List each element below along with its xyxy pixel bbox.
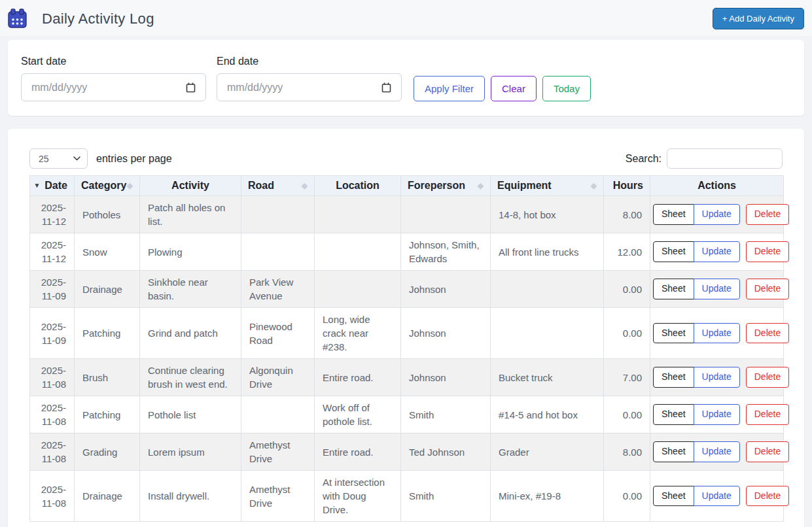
sort-icon: ◆ — [302, 182, 308, 190]
column-header-hours: Hours — [604, 176, 650, 196]
cell-hours: 7.00 — [604, 359, 650, 396]
add-daily-activity-button[interactable]: + Add Daily Activity — [713, 8, 804, 29]
entries-per-page-label: entries per page — [96, 153, 172, 165]
update-button[interactable]: Update — [694, 486, 740, 507]
delete-button[interactable]: Delete — [746, 279, 789, 299]
cell-category: Drainage — [75, 471, 140, 522]
table-row: 2025-11-08PatchingPothole listWork off o… — [30, 396, 784, 434]
column-header-road[interactable]: Road◆ — [241, 176, 315, 196]
delete-button[interactable]: Delete — [746, 404, 789, 425]
table-row: 2025-11-08BrushContinue clearing brush i… — [30, 359, 784, 396]
start-date-input[interactable]: mm/dd/yyyy — [21, 73, 206, 101]
daily-activity-table: ▼DateCategory◆ActivityRoad◆LocationForep… — [29, 175, 784, 522]
cell-equipment: 14-8, hot box — [491, 196, 604, 233]
cell-activity: Pothole list — [140, 396, 241, 434]
delete-button[interactable]: Delete — [746, 204, 789, 225]
sort-desc-icon: ▼ — [33, 182, 40, 189]
table-row: 2025-11-12SnowPlowingJohnson, Smith, Edw… — [30, 233, 784, 271]
cell-date: 2025-11-08 — [30, 396, 75, 434]
sheet-button[interactable]: Sheet — [653, 279, 694, 299]
update-button[interactable]: Update — [694, 204, 740, 225]
date-picker-icon[interactable] — [381, 82, 391, 93]
delete-button[interactable]: Delete — [746, 441, 789, 462]
cell-road: Amethyst Drive — [241, 471, 315, 522]
cell-actions: SheetUpdateDelete — [650, 233, 784, 271]
column-header-location: Location — [315, 176, 401, 196]
cell-category: Patching — [75, 396, 140, 434]
cell-date: 2025-11-12 — [30, 196, 75, 233]
delete-button[interactable]: Delete — [746, 367, 789, 388]
column-header-foreperson[interactable]: Foreperson◆ — [401, 176, 491, 196]
cell-foreperson: Johnson — [401, 271, 491, 308]
delete-button[interactable]: Delete — [746, 323, 789, 344]
table-row: 2025-11-08DrainageInstall drywell.Amethy… — [30, 471, 784, 522]
table-row: 2025-11-09DrainageSinkhole near basin.Pa… — [30, 271, 784, 308]
sheet-button[interactable]: Sheet — [653, 441, 694, 462]
chevron-down-icon — [73, 156, 80, 161]
start-date-label: Start date — [21, 56, 206, 67]
today-button[interactable]: Today — [542, 76, 591, 101]
cell-actions: SheetUpdateDelete — [650, 196, 784, 233]
cell-road: Park View Avenue — [241, 271, 315, 308]
end-date-input[interactable]: mm/dd/yyyy — [217, 73, 402, 101]
cell-actions: SheetUpdateDelete — [650, 359, 784, 396]
cell-actions: SheetUpdateDelete — [650, 396, 784, 434]
update-button[interactable]: Update — [694, 441, 740, 462]
top-bar: Daily Activity Log + Add Daily Activity — [0, 0, 812, 36]
update-button[interactable]: Update — [694, 241, 740, 262]
cell-hours: 8.00 — [604, 434, 650, 471]
sheet-button[interactable]: Sheet — [653, 323, 694, 344]
delete-button[interactable]: Delete — [746, 241, 789, 262]
cell-location — [315, 196, 401, 233]
column-header-equipment[interactable]: Equipment◆ — [491, 176, 604, 196]
cell-actions: SheetUpdateDelete — [650, 434, 784, 471]
cell-actions: SheetUpdateDelete — [650, 271, 784, 308]
entries-per-page-select[interactable]: 25 — [29, 148, 88, 169]
cell-activity: Patch all holes on list. — [140, 196, 241, 233]
cell-equipment — [491, 271, 604, 308]
cell-actions: SheetUpdateDelete — [650, 308, 784, 359]
sheet-button[interactable]: Sheet — [653, 486, 694, 507]
cell-hours: 0.00 — [604, 308, 650, 359]
column-header-category[interactable]: Category◆ — [75, 176, 140, 196]
delete-button[interactable]: Delete — [746, 486, 789, 507]
update-button[interactable]: Update — [694, 404, 740, 425]
end-date-placeholder: mm/dd/yyyy — [227, 82, 283, 94]
search-input[interactable] — [667, 148, 783, 169]
update-button[interactable]: Update — [694, 367, 740, 388]
sheet-button[interactable]: Sheet — [653, 204, 694, 225]
sheet-button[interactable]: Sheet — [653, 367, 694, 388]
cell-activity: Lorem ipsum — [140, 434, 241, 471]
activity-table-panel: 25 entries per page Search: ▼DateCategor… — [8, 129, 804, 527]
apply-filter-button[interactable]: Apply Filter — [414, 76, 485, 101]
table-row: 2025-11-08GradingLorem ipsumAmethyst Dri… — [30, 434, 784, 471]
update-button[interactable]: Update — [694, 279, 740, 299]
update-button[interactable]: Update — [694, 323, 740, 344]
cell-date: 2025-11-09 — [30, 308, 75, 359]
cell-location: Entire road. — [315, 434, 401, 471]
cell-equipment: Mini-ex, #19-8 — [491, 471, 604, 522]
cell-date: 2025-11-12 — [30, 233, 75, 271]
sheet-button[interactable]: Sheet — [653, 404, 694, 425]
search-label: Search: — [626, 153, 662, 165]
cell-activity: Continue clearing brush in west end. — [140, 359, 241, 396]
sheet-button[interactable]: Sheet — [653, 241, 694, 262]
page-title: Daily Activity Log — [42, 10, 154, 27]
date-picker-icon[interactable] — [186, 82, 196, 93]
cell-road: Algonquin Drive — [241, 359, 315, 396]
cell-activity: Sinkhole near basin. — [140, 271, 241, 308]
cell-foreperson: Johnson, Smith, Edwards — [401, 233, 491, 271]
cell-road: Pinewood Road — [241, 308, 315, 359]
column-header-date[interactable]: ▼Date — [30, 176, 75, 196]
cell-category: Snow — [75, 233, 140, 271]
cell-hours: 12.00 — [604, 233, 650, 271]
cell-date: 2025-11-08 — [30, 359, 75, 396]
cell-equipment: Grader — [491, 434, 604, 471]
cell-hours: 0.00 — [604, 271, 650, 308]
start-date-placeholder: mm/dd/yyyy — [31, 82, 87, 94]
cell-location: At intersection with Doug Drive. — [315, 471, 401, 522]
cell-road: Amethyst Drive — [241, 434, 315, 471]
cell-equipment — [491, 308, 604, 359]
clear-button[interactable]: Clear — [491, 76, 537, 101]
sort-icon: ◆ — [591, 182, 597, 190]
